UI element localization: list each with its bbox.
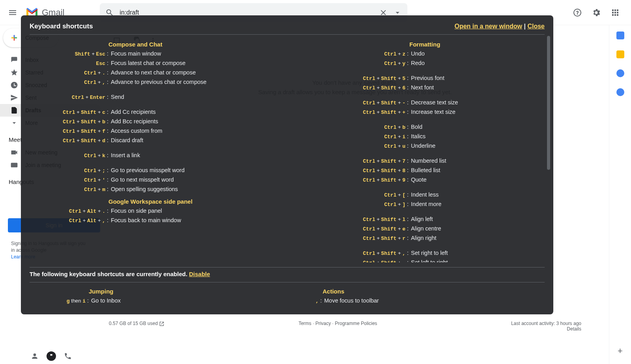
shortcuts-left-column: Compose and Chat Shift + Esc:Focus main … <box>30 39 287 262</box>
shortcut-description: Discard draft <box>111 136 143 145</box>
shortcut-keys: Ctrl + u <box>287 142 405 151</box>
shortcut-keys: Ctrl + b <box>287 123 405 132</box>
shortcut-row: Ctrl + z:Undo <box>287 49 545 59</box>
contacts-icon[interactable] <box>616 88 624 96</box>
inbox-icon <box>10 56 18 64</box>
footer-activity: Last account activity: 3 hours ago Detai… <box>511 321 581 332</box>
shortcut-row: Ctrl + m:Open spelling suggestions <box>30 185 287 194</box>
shortcut-description: Insert a link <box>111 151 140 160</box>
help-icon <box>573 8 582 17</box>
shortcut-row: Ctrl + ;:Go to previous misspelt word <box>30 166 287 175</box>
chevron-down-icon <box>10 119 18 127</box>
gear-icon <box>592 8 601 17</box>
shortcut-row: Ctrl + Shift + e:Align centre <box>287 224 545 234</box>
shortcut-keys: Ctrl + ' <box>30 176 105 185</box>
shortcut-keys: Ctrl + Shift + 7 <box>287 157 405 166</box>
shortcut-description: Advance to previous chat or compose <box>111 78 207 86</box>
shortcut-row: Ctrl + Alt + ,:Focus back to main window <box>30 216 287 225</box>
programme-link[interactable]: Programme Policies <box>335 321 377 326</box>
section-panel-title: Google Workspace side panel <box>108 198 287 205</box>
search-input[interactable] <box>119 9 379 16</box>
shortcut-description: Set right to left <box>411 249 448 257</box>
tasks-icon[interactable] <box>616 69 624 77</box>
shortcut-keys: Ctrl + Shift + . <box>287 258 405 262</box>
shortcut-keys: Ctrl + Shift + 9 <box>287 176 405 185</box>
shortcut-description: Set left to right <box>411 258 448 262</box>
shortcut-row: Ctrl + .:Advance to next chat or compose <box>30 68 287 78</box>
shortcut-row: Ctrl + Shift + ,:Set right to left <box>287 249 545 258</box>
hangouts-person-icon[interactable] <box>28 349 42 363</box>
section-actions-title: Actions <box>323 288 545 295</box>
shortcut-keys: Ctrl + z <box>287 50 405 59</box>
shortcut-description: Redo <box>411 59 425 67</box>
main-menu-button[interactable] <box>3 3 22 22</box>
dialog-scrollbar[interactable] <box>547 36 550 170</box>
shortcut-row: Ctrl + b:Bold <box>287 123 545 132</box>
open-new-window-link[interactable]: Open in a new window <box>454 23 522 30</box>
keyboard-icon <box>10 161 18 169</box>
dialog-links: Open in a new window | Close <box>454 23 545 30</box>
shortcut-description: Previous font <box>411 74 444 82</box>
draft-icon <box>10 106 18 114</box>
shortcut-row: Ctrl + Alt + .:Focus on side panel <box>30 206 287 216</box>
close-dialog-link[interactable]: Close <box>527 23 545 30</box>
header-actions <box>569 5 628 20</box>
shortcut-row: Ctrl + i:Italics <box>287 132 545 141</box>
shortcut-keys: Ctrl + k <box>30 151 105 160</box>
hangouts-chat-icon[interactable]: ❞ <box>47 351 56 361</box>
support-button[interactable] <box>569 5 585 20</box>
shortcut-description: Italics <box>411 132 426 141</box>
shortcut-row: Ctrl + ,:Advance to previous chat or com… <box>30 78 287 87</box>
shortcut-description: Next font <box>411 83 434 92</box>
shortcut-keys: Ctrl + Shift + f <box>30 127 105 136</box>
details-link[interactable]: Details <box>511 326 581 332</box>
shortcut-description: Open spelling suggestions <box>111 185 178 193</box>
shortcut-row: Ctrl + Shift + d:Discard draft <box>30 136 287 145</box>
section-compose-title: Compose and Chat <box>108 41 287 48</box>
right-side-panel: + <box>609 25 631 364</box>
shortcut-row: Shift + Esc:Focus main window <box>30 49 287 59</box>
star-icon <box>10 69 18 76</box>
shortcut-description: Focus latest chat or compose <box>111 59 185 67</box>
apps-button[interactable] <box>607 5 623 20</box>
shortcut-keys: Ctrl + [ <box>287 191 405 200</box>
shortcut-row: Ctrl + Shift + 8:Bulleted list <box>287 166 545 175</box>
send-icon <box>10 94 18 102</box>
dialog-header: Keyboard shortcuts Open in a new window … <box>30 22 545 35</box>
apps-grid-icon <box>610 8 620 17</box>
shortcut-keys: Ctrl + , <box>30 78 105 87</box>
video-icon <box>10 149 18 156</box>
privacy-link[interactable]: Privacy <box>316 321 331 326</box>
section-formatting-title: Formatting <box>409 41 545 48</box>
shortcut-description: Access custom from <box>111 126 162 135</box>
plus-icon <box>8 32 21 44</box>
shortcut-row: Ctrl + Shift + b:Add Bcc recipients <box>30 117 287 126</box>
shortcut-keys: Shift + Esc <box>30 50 105 59</box>
shortcut-description: Undo <box>411 49 425 58</box>
shortcut-keys: g then i <box>30 297 86 306</box>
open-external-icon[interactable] <box>159 321 164 327</box>
keep-icon[interactable] <box>616 50 624 58</box>
shortcut-keys: Ctrl + m <box>30 185 105 194</box>
shortcut-keys: Ctrl + Alt + . <box>30 207 105 216</box>
shortcut-keys: Esc <box>30 59 105 68</box>
shortcut-description: Numbered list <box>411 156 446 165</box>
shortcut-keys: Ctrl + Shift + e <box>287 225 405 234</box>
shortcut-keys: Ctrl + Shift + b <box>30 117 105 126</box>
hangouts-phone-icon[interactable] <box>61 349 75 363</box>
footer-links: Terms · Privacy · Programme Policies <box>299 321 377 332</box>
shortcut-description: Go to Inbox <box>91 296 121 305</box>
shortcuts-right-column: Formatting Ctrl + z:UndoCtrl + y:RedoCtr… <box>287 39 545 262</box>
shortcut-description: Underline <box>411 141 435 150</box>
add-side-panel-button[interactable]: + <box>618 346 623 356</box>
calendar-icon[interactable] <box>616 32 624 39</box>
section-jumping-title: Jumping <box>89 288 287 295</box>
disable-shortcuts-link[interactable]: Disable <box>189 271 210 277</box>
shortcut-description: Send <box>111 93 124 101</box>
shortcut-row: Ctrl + Enter:Send <box>30 93 287 102</box>
shortcut-row: Ctrl + Shift + l:Align left <box>287 215 545 224</box>
settings-button[interactable] <box>588 5 604 20</box>
terms-link[interactable]: Terms <box>299 321 312 326</box>
shortcut-keys: Ctrl + i <box>287 132 405 141</box>
shortcut-row: Ctrl + Shift + f:Access custom from <box>30 126 287 136</box>
